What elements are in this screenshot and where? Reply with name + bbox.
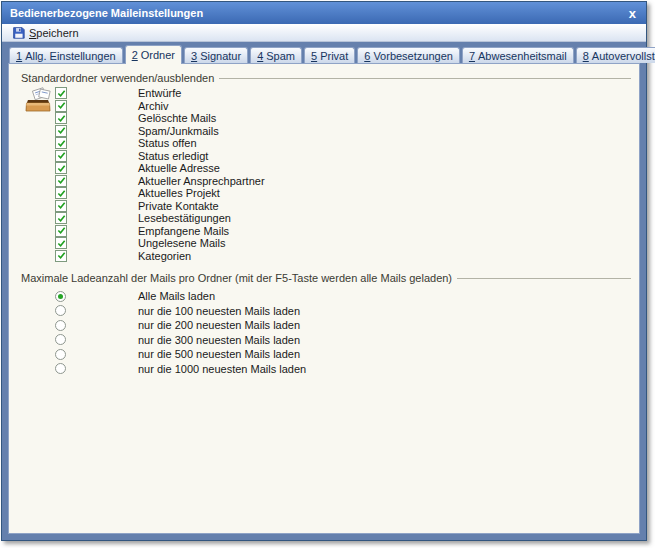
folder-label: Archiv bbox=[138, 100, 169, 112]
folder-checkbox-row[interactable]: Status erledigt bbox=[54, 150, 631, 163]
folder-label: Empfangene Mails bbox=[138, 225, 229, 237]
folder-label: Ungelesene Mails bbox=[138, 237, 225, 249]
folder-checkbox-row[interactable]: Gelöschte Mails bbox=[54, 112, 631, 125]
folder-checkbox-row[interactable]: Aktuelle Adresse bbox=[54, 162, 631, 175]
tab-2-ordner[interactable]: 2 Ordner bbox=[125, 45, 182, 64]
tab-label: Privat bbox=[320, 50, 348, 62]
checkbox[interactable] bbox=[55, 100, 67, 112]
folder-label: Lesebestätigungen bbox=[138, 212, 231, 224]
load-section-title: Maximale Ladeanzahl der Mails pro Ordner… bbox=[21, 272, 452, 284]
folder-checkbox-row[interactable]: Aktuelles Projekt bbox=[54, 187, 631, 200]
radio-button[interactable] bbox=[55, 291, 66, 302]
tab-frame: 1 Allg. Einstellungen 2 Ordner 3 Signatu… bbox=[2, 42, 646, 540]
checkbox[interactable] bbox=[55, 250, 67, 262]
folder-label: Kategorien bbox=[138, 250, 191, 262]
load-option-label: nur die 100 neuesten Mails laden bbox=[138, 305, 300, 317]
title-bar: Bedienerbezogene Maileinstellungen x bbox=[2, 2, 646, 24]
checkbox[interactable] bbox=[55, 175, 67, 187]
tab-mnemonic: 1 bbox=[16, 50, 22, 62]
folder-checkbox-row[interactable]: Private Kontakte bbox=[54, 200, 631, 213]
radio-button[interactable] bbox=[55, 305, 66, 316]
checkbox[interactable] bbox=[55, 150, 67, 162]
tab-mnemonic: 7 bbox=[469, 50, 475, 62]
folder-checkbox-row[interactable]: Ungelesene Mails bbox=[54, 237, 631, 250]
tab-3-signatur[interactable]: 3 Signatur bbox=[184, 47, 248, 63]
folder-checkbox-row[interactable]: Lesebestätigungen bbox=[54, 212, 631, 225]
tab-7-abwesenheitsmail[interactable]: 7 Abwesenheitsmail bbox=[462, 47, 574, 63]
load-option-row[interactable]: nur die 500 neuesten Mails laden bbox=[55, 347, 631, 362]
load-section-header: Maximale Ladeanzahl der Mails pro Ordner… bbox=[21, 272, 631, 284]
window-title: Bedienerbezogene Maileinstellungen bbox=[10, 7, 203, 19]
folder-checkbox-row[interactable]: Kategorien bbox=[54, 250, 631, 263]
tab-strip: 1 Allg. Einstellungen 2 Ordner 3 Signatu… bbox=[8, 42, 640, 63]
checkbox[interactable] bbox=[55, 200, 67, 212]
folder-label: Status erledigt bbox=[138, 150, 208, 162]
tab-8-autovervollst-ndigung[interactable]: 8 Autovervollständigung bbox=[576, 47, 655, 63]
radio-button[interactable] bbox=[55, 334, 66, 345]
checkbox[interactable] bbox=[55, 137, 67, 149]
folder-checkbox-list: Entwürfe Archiv Gelöschte Mails Spam/Jun… bbox=[54, 87, 631, 262]
load-option-row[interactable]: nur die 300 neuesten Mails laden bbox=[55, 333, 631, 348]
checkbox[interactable] bbox=[55, 237, 67, 249]
tab-1-allg-einstellungen[interactable]: 1 Allg. Einstellungen bbox=[9, 47, 123, 63]
tab-mnemonic: 4 bbox=[257, 50, 263, 62]
load-option-row[interactable]: nur die 200 neuesten Mails laden bbox=[55, 318, 631, 333]
section-divider bbox=[457, 278, 631, 279]
tab-mnemonic: 6 bbox=[364, 50, 370, 62]
folder-label: Status offen bbox=[138, 137, 197, 149]
folder-label: Spam/Junkmails bbox=[138, 125, 219, 137]
folders-group: Entwürfe Archiv Gelöschte Mails Spam/Jun… bbox=[21, 87, 631, 262]
checkbox[interactable] bbox=[55, 125, 67, 137]
save-button[interactable]: Speichern bbox=[8, 25, 83, 40]
archive-box-icon bbox=[24, 87, 54, 119]
folder-checkbox-row[interactable]: Status offen bbox=[54, 137, 631, 150]
radio-button[interactable] bbox=[55, 349, 66, 360]
tab-label: Allg. Einstellungen bbox=[25, 50, 116, 62]
load-option-row[interactable]: Alle Mails laden bbox=[55, 289, 631, 304]
folder-label: Entwürfe bbox=[138, 87, 181, 99]
load-options-list: Alle Mails laden nur die 100 neuesten Ma… bbox=[21, 289, 631, 376]
tab-mnemonic: 8 bbox=[583, 50, 589, 62]
tab-label: Autovervollständigung bbox=[592, 50, 655, 62]
folder-checkbox-row[interactable]: Aktueller Ansprechpartner bbox=[54, 175, 631, 188]
radio-button[interactable] bbox=[55, 320, 66, 331]
tab-4-spam[interactable]: 4 Spam bbox=[250, 47, 302, 63]
load-option-label: Alle Mails laden bbox=[138, 290, 215, 302]
tab-6-vorbesetzungen[interactable]: 6 Vorbesetzungen bbox=[357, 47, 460, 63]
tab-label: Vorbesetzungen bbox=[373, 50, 453, 62]
checkbox[interactable] bbox=[55, 225, 67, 237]
folder-label: Private Kontakte bbox=[138, 200, 219, 212]
folders-section-title: Standardordner verwenden/ausblenden bbox=[21, 72, 214, 84]
tab-mnemonic: 2 bbox=[132, 49, 138, 61]
load-option-row[interactable]: nur die 100 neuesten Mails laden bbox=[55, 304, 631, 319]
checkbox[interactable] bbox=[55, 87, 67, 99]
checkbox[interactable] bbox=[55, 187, 67, 199]
load-option-row[interactable]: nur die 1000 neuesten Mails laden bbox=[55, 362, 631, 377]
tab-label: Spam bbox=[266, 50, 295, 62]
radio-button[interactable] bbox=[55, 363, 66, 374]
checkbox[interactable] bbox=[55, 112, 67, 124]
load-option-label: nur die 1000 neuesten Mails laden bbox=[138, 363, 306, 375]
folder-checkbox-row[interactable]: Archiv bbox=[54, 100, 631, 113]
close-icon[interactable]: x bbox=[627, 7, 638, 20]
checkbox[interactable] bbox=[55, 212, 67, 224]
folder-checkbox-row[interactable]: Entwürfe bbox=[54, 87, 631, 100]
tab-5-privat[interactable]: 5 Privat bbox=[304, 47, 355, 63]
folder-label: Aktuelles Projekt bbox=[138, 187, 220, 199]
load-option-label: nur die 300 neuesten Mails laden bbox=[138, 334, 300, 346]
folder-checkbox-row[interactable]: Empfangene Mails bbox=[54, 225, 631, 238]
load-option-label: nur die 200 neuesten Mails laden bbox=[138, 319, 300, 331]
tab-label: Signatur bbox=[200, 50, 241, 62]
load-option-label: nur die 500 neuesten Mails laden bbox=[138, 348, 300, 360]
floppy-disk-icon bbox=[12, 26, 25, 39]
folder-checkbox-row[interactable]: Spam/Junkmails bbox=[54, 125, 631, 138]
tab-mnemonic: 5 bbox=[311, 50, 317, 62]
checkbox[interactable] bbox=[55, 162, 67, 174]
folder-label: Gelöschte Mails bbox=[138, 112, 216, 124]
folder-label: Aktueller Ansprechpartner bbox=[138, 175, 265, 187]
toolbar: Speichern bbox=[2, 24, 646, 42]
tab-mnemonic: 3 bbox=[191, 50, 197, 62]
settings-window: Bedienerbezogene Maileinstellungen x Spe… bbox=[1, 1, 647, 541]
folders-section-header: Standardordner verwenden/ausblenden bbox=[21, 72, 631, 84]
folder-label: Aktuelle Adresse bbox=[138, 162, 220, 174]
